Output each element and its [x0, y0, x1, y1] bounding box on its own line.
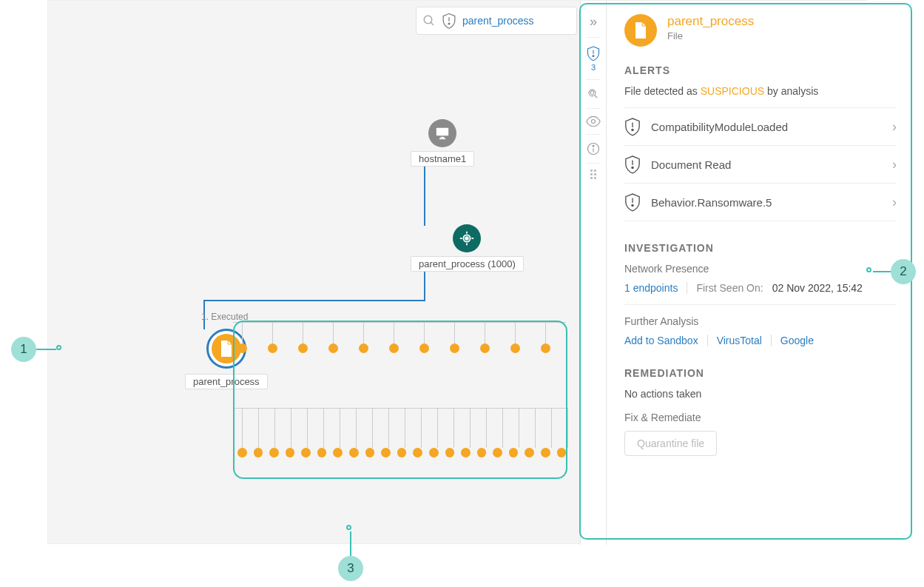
highlight-events: [233, 321, 567, 479]
svg-point-8: [466, 237, 469, 240]
callout-dot: [346, 525, 351, 530]
callout-line: [873, 271, 891, 272]
node-host[interactable]: hostname1: [411, 119, 474, 167]
callout-line: [350, 531, 351, 556]
node-process-label: parent_process (1000): [411, 256, 524, 272]
callout-dot: [866, 267, 871, 272]
highlight-panel: [579, 3, 912, 540]
callout-line: [36, 349, 56, 350]
search-query: parent_process: [462, 15, 534, 27]
alert-shield-icon: [442, 13, 456, 29]
search-icon: [422, 14, 436, 27]
target-icon: [453, 224, 481, 252]
svg-rect-6: [439, 138, 445, 140]
monitor-icon: [428, 119, 456, 147]
edge: [424, 162, 425, 226]
node-host-label: hostname1: [411, 151, 474, 167]
svg-rect-5: [441, 137, 445, 138]
edge: [424, 269, 425, 300]
callout-3: 3: [338, 556, 363, 581]
svg-rect-4: [436, 128, 448, 136]
node-process[interactable]: parent_process (1000): [411, 224, 524, 272]
callout-1: 1: [11, 337, 36, 362]
svg-point-3: [448, 23, 450, 24]
svg-line-1: [431, 22, 434, 25]
search-bar[interactable]: parent_process: [416, 7, 577, 35]
callout-2: 2: [891, 259, 916, 284]
graph-canvas[interactable]: parent_process hostname1 parent_process …: [47, 0, 867, 544]
edge: [203, 300, 425, 301]
callout-dot: [56, 345, 61, 350]
svg-point-0: [424, 16, 432, 24]
